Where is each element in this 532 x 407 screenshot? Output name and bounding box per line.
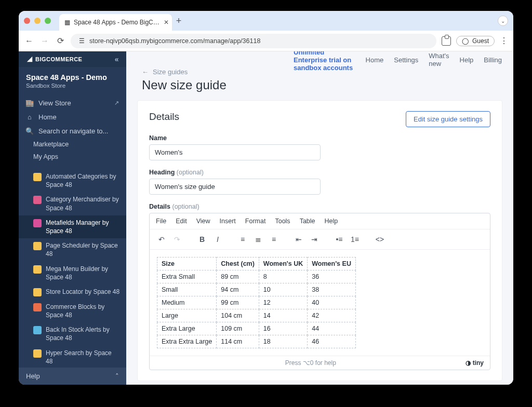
table-cell[interactable]: Small xyxy=(157,283,217,296)
topnav-whatsnew[interactable]: What's new xyxy=(429,52,449,67)
sidebar-app-item[interactable]: Category Merchandiser by Space 48 xyxy=(19,192,126,215)
tiny-brand[interactable]: ◑ tiny xyxy=(466,359,484,367)
numbered-list-button[interactable]: 1≡ xyxy=(348,233,362,246)
table-cell[interactable]: 12 xyxy=(259,296,307,309)
table-cell[interactable]: 8 xyxy=(259,270,307,283)
sidebar-app-item[interactable]: Metafields Manager by Space 48 xyxy=(19,215,126,238)
url-input[interactable]: ☰ store-nqivp06qsb.mybigcommerce.com/man… xyxy=(71,34,436,48)
editor-menu-item[interactable]: Table xyxy=(300,218,315,225)
sidebar-item-marketplace[interactable]: Marketplace xyxy=(19,138,126,151)
table-cell[interactable]: 99 cm xyxy=(217,296,259,309)
topnav-settings[interactable]: Settings xyxy=(394,56,418,64)
editor-menu-item[interactable]: Edit xyxy=(176,218,187,225)
maximize-window-button[interactable] xyxy=(45,18,51,24)
new-tab-button[interactable]: + xyxy=(176,16,182,26)
browser-tab[interactable]: ▦ Space 48 Apps - Demo BigC… ✕ xyxy=(59,14,172,31)
table-header-cell[interactable]: Size xyxy=(157,257,217,270)
minimize-window-button[interactable] xyxy=(34,18,41,24)
sidebar-help[interactable]: Help ˄ xyxy=(19,368,126,385)
align-left-button[interactable]: ≡ xyxy=(236,233,249,246)
undo-button[interactable]: ↶ xyxy=(155,233,168,246)
table-row[interactable]: Extra Small89 cm836 xyxy=(157,270,356,283)
tabstrip-menu-button[interactable]: ⌄ xyxy=(498,16,508,26)
editor-menu-item[interactable]: View xyxy=(196,218,210,225)
align-right-button[interactable]: ≡ xyxy=(267,233,281,246)
editor-menubar: FileEditViewInsertFormatToolsTableHelp xyxy=(150,213,490,229)
extensions-icon[interactable] xyxy=(442,36,451,46)
table-cell[interactable]: 40 xyxy=(308,296,356,309)
table-cell[interactable]: 38 xyxy=(308,283,356,296)
table-cell[interactable]: 94 cm xyxy=(217,283,259,296)
close-window-button[interactable] xyxy=(24,18,30,24)
table-row[interactable]: Large104 cm1442 xyxy=(157,309,356,322)
table-header-cell[interactable]: Women's EU xyxy=(308,257,356,270)
table-cell[interactable]: 44 xyxy=(308,322,356,335)
browser-menu-button[interactable]: ⋮ xyxy=(500,36,508,46)
indent-button[interactable]: ⇥ xyxy=(308,233,321,246)
table-cell[interactable]: 36 xyxy=(308,270,356,283)
table-cell[interactable]: 42 xyxy=(308,309,356,322)
align-center-button[interactable]: ≣ xyxy=(251,233,265,246)
app-label: Commerce Blocks by Space 48 xyxy=(46,303,120,319)
table-cell[interactable]: 114 cm xyxy=(217,335,259,348)
sidebar-app-item[interactable]: Page Scheduler by Space 48 xyxy=(19,238,126,261)
table-cell[interactable]: 46 xyxy=(308,335,356,348)
tab-close-icon[interactable]: ✕ xyxy=(164,19,169,26)
reload-button[interactable]: ⟳ xyxy=(55,36,65,46)
table-cell[interactable]: Large xyxy=(157,309,217,322)
table-cell[interactable]: 89 cm xyxy=(217,270,259,283)
size-table[interactable]: SizeChest (cm)Women's UKWomen's EU Extra… xyxy=(157,257,356,348)
sidebar-app-item[interactable]: Hyper Search by Space 48 xyxy=(19,346,126,368)
table-cell[interactable]: 18 xyxy=(259,335,307,348)
table-cell[interactable]: 104 cm xyxy=(217,309,259,322)
editor-menu-item[interactable]: Insert xyxy=(220,218,236,225)
editor-menu-item[interactable]: Format xyxy=(245,218,266,225)
topnav-billing[interactable]: Billing xyxy=(484,56,502,64)
editor-body[interactable]: SizeChest (cm)Women's UKWomen's EU Extra… xyxy=(150,250,490,356)
app-icon xyxy=(33,173,42,181)
sidebar-item-view-store[interactable]: 🏬 View Store ↗ xyxy=(19,96,126,110)
table-cell[interactable]: Medium xyxy=(157,296,217,309)
table-cell[interactable]: Extra Large xyxy=(157,322,217,335)
outdent-button[interactable]: ⇤ xyxy=(292,233,305,246)
editor-menu-item[interactable]: File xyxy=(156,218,166,225)
sidebar-collapse-button[interactable]: « xyxy=(115,55,119,63)
profile-button[interactable]: ◯ Guest xyxy=(456,36,495,46)
bullet-list-button[interactable]: •≡ xyxy=(332,233,346,246)
table-cell[interactable]: 109 cm xyxy=(217,322,259,335)
sidebar-item-home[interactable]: ⌂ Home xyxy=(19,110,126,124)
table-row[interactable]: Extra Large109 cm1644 xyxy=(157,322,356,335)
table-row[interactable]: Extra Extra Large114 cm1846 xyxy=(157,335,356,348)
back-button[interactable]: ← xyxy=(24,36,34,46)
heading-input[interactable] xyxy=(149,179,321,195)
sidebar-app-item[interactable]: Mega Menu Builder by Space 48 xyxy=(19,262,126,284)
topnav-help[interactable]: Help xyxy=(460,56,474,64)
editor-menu-item[interactable]: Tools xyxy=(275,218,290,225)
table-cell[interactable]: 10 xyxy=(259,283,307,296)
editor-menu-item[interactable]: Help xyxy=(325,218,338,225)
edit-size-guide-settings-button[interactable]: Edit size guide settings xyxy=(406,111,490,127)
sidebar-item-my-apps[interactable]: My Apps xyxy=(19,151,126,163)
breadcrumb[interactable]: ← Size guides xyxy=(126,68,513,76)
bold-button[interactable]: B xyxy=(195,233,209,246)
sidebar-app-item[interactable]: Automated Categories by Space 48 xyxy=(19,169,126,192)
table-header-cell[interactable]: Women's UK xyxy=(259,257,307,270)
sidebar-search[interactable]: 🔍 Search or navigate to... xyxy=(19,124,126,138)
italic-button[interactable]: I xyxy=(211,233,224,246)
table-cell[interactable]: Extra Extra Large xyxy=(157,335,217,348)
redo-button[interactable]: ↷ xyxy=(170,233,184,246)
table-cell[interactable]: 14 xyxy=(259,309,307,322)
table-row[interactable]: Medium99 cm1240 xyxy=(157,296,356,309)
sidebar-app-item[interactable]: Store Locator by Space 48 xyxy=(19,284,126,300)
sidebar-app-item[interactable]: Commerce Blocks by Space 48 xyxy=(19,300,126,322)
code-view-button[interactable]: <> xyxy=(373,233,387,246)
name-input[interactable] xyxy=(149,144,321,160)
table-row[interactable]: Small94 cm1038 xyxy=(157,283,356,296)
table-cell[interactable]: 16 xyxy=(259,322,307,335)
forward-button[interactable]: → xyxy=(39,36,50,46)
sidebar-app-item[interactable]: Back In Stock Alerts by Space 48 xyxy=(19,322,126,345)
site-settings-icon[interactable]: ☰ xyxy=(78,37,85,45)
table-cell[interactable]: Extra Small xyxy=(157,270,217,283)
table-header-cell[interactable]: Chest (cm) xyxy=(217,257,259,270)
topnav-home[interactable]: Home xyxy=(366,56,384,64)
